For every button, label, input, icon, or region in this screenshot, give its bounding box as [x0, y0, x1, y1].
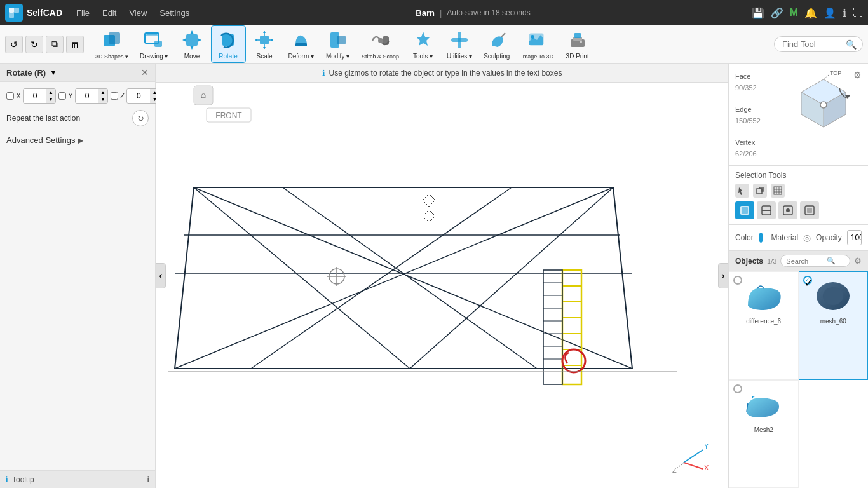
left-panel: Rotate (R) ▼ ✕ X ▲ ▼: [0, 64, 156, 488]
panel-header: Rotate (R) ▼ ✕: [0, 64, 155, 82]
view-cube[interactable]: ⚙ TOP: [792, 70, 862, 140]
toolbar: ↺ ↻ ⧉ 🗑 3D Shapes ▾ Drawing ▾: [0, 25, 868, 64]
tool-label-modify: Modify ▾: [326, 53, 349, 60]
z-checkbox[interactable]: [111, 92, 118, 100]
panel-body: X ▲ ▼ Y ▲: [0, 82, 155, 470]
sel-icon-cube[interactable]: [753, 184, 767, 198]
object-item-mesh2[interactable]: Mesh2: [729, 380, 799, 489]
objects-count: 1/3: [767, 257, 776, 265]
svg-rect-105: [807, 208, 812, 213]
color-label: Color: [735, 233, 754, 242]
svg-rect-9: [186, 34, 198, 46]
opacity-input[interactable]: [848, 231, 862, 245]
project-name: Barn: [416, 8, 435, 18]
fullscreen-icon[interactable]: ⛶: [853, 7, 863, 18]
collapse-right-button[interactable]: ›: [718, 263, 728, 288]
autosave-status: Auto-save in 18 seconds: [447, 8, 530, 17]
svg-marker-13: [198, 38, 201, 42]
svg-marker-11: [190, 46, 194, 50]
x-spin-down[interactable]: ▼: [46, 96, 55, 103]
sel-icon-arrow[interactable]: [735, 184, 749, 198]
z-input[interactable]: [127, 89, 150, 103]
tool-drawing[interactable]: Drawing ▾: [135, 26, 173, 62]
tool-stitch-scoop[interactable]: Stitch & Scoop: [356, 27, 404, 62]
objects-gear-icon[interactable]: ⚙: [854, 256, 862, 266]
face-count: 90/352: [735, 84, 757, 92]
x-checkbox[interactable]: [6, 92, 14, 100]
delete-button[interactable]: 🗑: [66, 36, 84, 53]
tool-label-image-to-3d: Image To 3D: [521, 53, 553, 60]
sel-face-icon[interactable]: [735, 201, 754, 219]
tool-move[interactable]: Move: [175, 26, 210, 62]
color-swatch[interactable]: [759, 233, 764, 243]
y-input[interactable]: [76, 89, 98, 103]
svg-point-107: [823, 287, 843, 305]
svg-point-103: [786, 208, 790, 212]
x-input[interactable]: [24, 89, 46, 103]
menu-file[interactable]: File: [71, 6, 95, 20]
tool-scale[interactable]: Scale: [247, 26, 282, 62]
tool-deform[interactable]: Deform ▾: [283, 26, 320, 62]
tooltip-bar: ℹ Tooltip ℹ: [0, 470, 155, 488]
sel-vertex-icon[interactable]: [778, 201, 797, 219]
tool-utilities[interactable]: Utilities ▾: [442, 26, 477, 62]
tool-sculpting[interactable]: Sculpting: [478, 26, 515, 62]
m-icon[interactable]: M: [790, 7, 798, 18]
x-spin-up[interactable]: ▲: [46, 89, 55, 96]
obj-radio-1[interactable]: [733, 276, 742, 285]
menu-view[interactable]: View: [124, 6, 152, 20]
tool-3d-print[interactable]: 3D Print: [560, 26, 595, 62]
tool-label-deform: Deform ▾: [288, 53, 315, 60]
svg-text:⌂: ⌂: [201, 90, 206, 100]
tool-image-to-3d[interactable]: Image To 3D: [516, 27, 559, 62]
y-spin-down[interactable]: ▼: [98, 96, 107, 103]
redo-button[interactable]: ↻: [25, 36, 43, 53]
obj-radio-3[interactable]: [733, 384, 742, 393]
objects-search-input[interactable]: [786, 257, 824, 265]
menu-settings[interactable]: Settings: [154, 6, 194, 20]
obj-radio-2[interactable]: ✓: [803, 276, 812, 285]
tool-label-3d-shapes: 3D Shapes ▾: [95, 53, 128, 60]
menu-edit[interactable]: Edit: [97, 6, 121, 20]
y-checkbox[interactable]: [58, 92, 66, 100]
tooltip-end-icon: ℹ: [147, 475, 150, 484]
panel-close-button[interactable]: ✕: [141, 67, 149, 78]
obj-thumbnail-2: [811, 277, 855, 315]
share-icon[interactable]: 🔗: [771, 7, 783, 19]
tool-label-stitch: Stitch & Scoop: [362, 53, 399, 60]
user-icon[interactable]: 👤: [824, 7, 836, 19]
tool-3d-shapes[interactable]: 3D Shapes ▾: [90, 27, 133, 62]
tool-tools[interactable]: Tools ▾: [405, 26, 440, 62]
menu-bar: SelfCAD File Edit View Settings Barn | A…: [0, 0, 868, 25]
sel-object-icon[interactable]: [800, 201, 819, 219]
repeat-button[interactable]: ↻: [132, 110, 149, 126]
tool-modify[interactable]: Modify ▾: [320, 26, 355, 62]
save-icon[interactable]: 💾: [752, 7, 764, 19]
repeat-row: Repeat the last action ↻: [6, 110, 149, 126]
edge-label: Edge: [735, 105, 752, 113]
sel-edge-icon[interactable]: [757, 201, 776, 219]
right-panel: Face 90/352 Edge 150/552 Vertex 62/206 ⚙: [728, 64, 868, 488]
info-icon[interactable]: ℹ: [843, 7, 846, 19]
copy-button[interactable]: ⧉: [46, 36, 64, 53]
sel-icon-grid[interactable]: [771, 184, 785, 198]
svg-line-87: [824, 75, 829, 79]
notification-icon[interactable]: 🔔: [804, 7, 817, 19]
viewport[interactable]: ℹ Use gizmos to rotate the object or typ…: [156, 64, 728, 488]
tool-rotate[interactable]: Rotate: [211, 25, 246, 63]
hint-text: Use gizmos to rotate the object or type …: [329, 69, 562, 78]
tool-label-rotate: Rotate: [219, 53, 237, 60]
collapse-left-button[interactable]: ‹: [156, 263, 166, 288]
svg-point-27: [378, 38, 383, 43]
advanced-settings-row[interactable]: Advanced Settings ▶: [6, 135, 149, 145]
panel-dropdown-icon[interactable]: ▼: [50, 68, 57, 77]
y-spin-up[interactable]: ▲: [98, 89, 107, 96]
tool-label-tools: Tools ▾: [413, 53, 433, 60]
undo-button[interactable]: ↺: [5, 36, 23, 53]
view-cube-gear-icon[interactable]: ⚙: [853, 70, 862, 80]
material-icon[interactable]: ◎: [803, 233, 811, 243]
object-item-mesh-60[interactable]: ✓ mesh_60: [799, 271, 869, 380]
svg-rect-91: [757, 189, 762, 194]
svg-marker-21: [263, 47, 266, 49]
object-item-difference-6[interactable]: difference_6: [729, 271, 799, 380]
